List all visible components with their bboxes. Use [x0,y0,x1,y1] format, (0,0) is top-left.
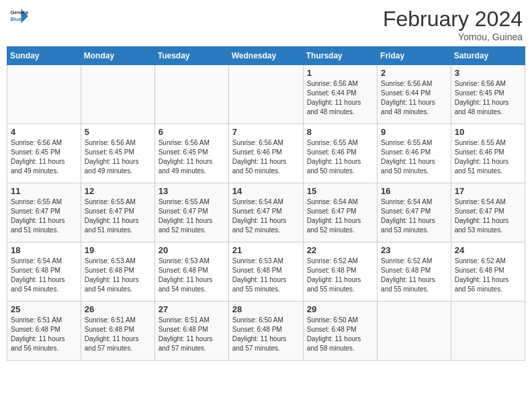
day-number: 1 [307,68,373,78]
calendar-cell: 28Sunrise: 6:50 AM Sunset: 6:48 PM Dayli… [228,302,303,361]
day-info: Sunrise: 6:52 AM Sunset: 6:48 PM Dayligh… [381,257,447,294]
day-number: 7 [232,127,300,137]
day-info: Sunrise: 6:51 AM Sunset: 6:48 PM Dayligh… [11,316,77,353]
day-number: 28 [232,304,300,314]
col-friday: Friday [378,47,451,65]
day-info: Sunrise: 6:51 AM Sunset: 6:48 PM Dayligh… [159,316,225,353]
col-saturday: Saturday [451,47,525,65]
day-info: Sunrise: 6:56 AM Sunset: 6:44 PM Dayligh… [381,79,447,117]
calendar-cell: 3Sunrise: 6:56 AM Sunset: 6:45 PM Daylig… [451,65,525,124]
col-sunday: Sunday [7,47,81,65]
day-info: Sunrise: 6:55 AM Sunset: 6:46 PM Dayligh… [455,138,521,176]
calendar-cell: 1Sunrise: 6:56 AM Sunset: 6:44 PM Daylig… [303,65,377,124]
calendar-cell [378,302,451,361]
day-info: Sunrise: 6:56 AM Sunset: 6:45 PM Dayligh… [455,79,521,117]
day-number: 6 [159,127,225,137]
day-info: Sunrise: 6:56 AM Sunset: 6:45 PM Dayligh… [159,138,225,176]
day-info: Sunrise: 6:54 AM Sunset: 6:47 PM Dayligh… [381,197,447,235]
week-row: 11Sunrise: 6:55 AM Sunset: 6:47 PM Dayli… [7,183,525,242]
header-row: Sunday Monday Tuesday Wednesday Thursday… [7,47,525,65]
calendar-table: Sunday Monday Tuesday Wednesday Thursday… [7,46,525,361]
day-info: Sunrise: 6:55 AM Sunset: 6:47 PM Dayligh… [159,197,225,235]
day-info: Sunrise: 6:51 AM Sunset: 6:48 PM Dayligh… [85,316,151,353]
day-info: Sunrise: 6:55 AM Sunset: 6:47 PM Dayligh… [85,197,151,235]
day-info: Sunrise: 6:55 AM Sunset: 6:46 PM Dayligh… [307,138,373,176]
week-row: 4Sunrise: 6:56 AM Sunset: 6:45 PM Daylig… [7,124,525,183]
logo-icon: General Blue [9,7,28,26]
calendar-cell: 23Sunrise: 6:52 AM Sunset: 6:48 PM Dayli… [378,242,451,302]
calendar-cell: 7Sunrise: 6:56 AM Sunset: 6:46 PM Daylig… [228,124,303,183]
day-number: 3 [455,68,521,78]
day-info: Sunrise: 6:56 AM Sunset: 6:44 PM Dayligh… [307,79,373,117]
calendar-cell: 19Sunrise: 6:53 AM Sunset: 6:48 PM Dayli… [81,242,154,302]
calendar-cell: 12Sunrise: 6:55 AM Sunset: 6:47 PM Dayli… [81,183,154,242]
day-number: 24 [455,245,521,255]
calendar-cell: 4Sunrise: 6:56 AM Sunset: 6:45 PM Daylig… [7,124,81,183]
calendar-cell: 15Sunrise: 6:54 AM Sunset: 6:47 PM Dayli… [303,183,377,242]
week-row: 25Sunrise: 6:51 AM Sunset: 6:48 PM Dayli… [7,302,525,361]
day-info: Sunrise: 6:50 AM Sunset: 6:48 PM Dayligh… [232,316,300,353]
day-info: Sunrise: 6:54 AM Sunset: 6:48 PM Dayligh… [11,257,77,294]
calendar-cell: 24Sunrise: 6:52 AM Sunset: 6:48 PM Dayli… [451,242,525,302]
calendar-cell: 16Sunrise: 6:54 AM Sunset: 6:47 PM Dayli… [378,183,451,242]
calendar-cell [7,65,81,124]
day-number: 27 [159,304,225,314]
calendar-cell: 10Sunrise: 6:55 AM Sunset: 6:46 PM Dayli… [451,124,525,183]
day-number: 17 [455,186,521,196]
calendar-cell [228,65,303,124]
calendar-cell: 20Sunrise: 6:53 AM Sunset: 6:48 PM Dayli… [154,242,228,302]
col-wednesday: Wednesday [228,47,303,65]
svg-text:Blue: Blue [10,16,21,22]
calendar-cell: 5Sunrise: 6:56 AM Sunset: 6:45 PM Daylig… [81,124,154,183]
day-info: Sunrise: 6:55 AM Sunset: 6:46 PM Dayligh… [381,138,447,176]
day-info: Sunrise: 6:53 AM Sunset: 6:48 PM Dayligh… [85,257,151,294]
col-thursday: Thursday [303,47,377,65]
svg-text:General: General [10,9,28,15]
day-info: Sunrise: 6:54 AM Sunset: 6:47 PM Dayligh… [455,197,521,235]
calendar-cell [451,302,525,361]
calendar-cell: 22Sunrise: 6:52 AM Sunset: 6:48 PM Dayli… [303,242,377,302]
col-tuesday: Tuesday [154,47,228,65]
calendar-cell: 27Sunrise: 6:51 AM Sunset: 6:48 PM Dayli… [154,302,228,361]
calendar-cell: 18Sunrise: 6:54 AM Sunset: 6:48 PM Dayli… [7,242,81,302]
col-monday: Monday [81,47,154,65]
day-number: 15 [307,186,373,196]
day-info: Sunrise: 6:56 AM Sunset: 6:45 PM Dayligh… [85,138,151,176]
day-number: 18 [11,245,77,255]
day-number: 2 [381,68,447,78]
day-info: Sunrise: 6:53 AM Sunset: 6:48 PM Dayligh… [232,257,300,294]
calendar-cell: 9Sunrise: 6:55 AM Sunset: 6:46 PM Daylig… [378,124,451,183]
calendar-cell: 29Sunrise: 6:50 AM Sunset: 6:48 PM Dayli… [303,302,377,361]
day-number: 22 [307,245,373,255]
day-info: Sunrise: 6:56 AM Sunset: 6:46 PM Dayligh… [232,138,300,176]
day-info: Sunrise: 6:52 AM Sunset: 6:48 PM Dayligh… [307,257,373,294]
month-title: February 2024 [383,7,523,32]
calendar-cell: 11Sunrise: 6:55 AM Sunset: 6:47 PM Dayli… [7,183,81,242]
location-subtitle: Yomou, Guinea [383,32,523,42]
day-number: 14 [232,186,300,196]
day-number: 16 [381,186,447,196]
day-info: Sunrise: 6:50 AM Sunset: 6:48 PM Dayligh… [307,316,373,353]
day-number: 4 [11,127,77,137]
calendar-cell: 17Sunrise: 6:54 AM Sunset: 6:47 PM Dayli… [451,183,525,242]
day-number: 25 [11,304,77,314]
day-number: 12 [85,186,151,196]
calendar-cell [154,65,228,124]
week-row: 18Sunrise: 6:54 AM Sunset: 6:48 PM Dayli… [7,242,525,302]
day-info: Sunrise: 6:55 AM Sunset: 6:47 PM Dayligh… [11,197,77,235]
day-info: Sunrise: 6:53 AM Sunset: 6:48 PM Dayligh… [159,257,225,294]
day-number: 5 [85,127,151,137]
day-number: 11 [11,186,77,196]
calendar-cell: 25Sunrise: 6:51 AM Sunset: 6:48 PM Dayli… [7,302,81,361]
day-info: Sunrise: 6:54 AM Sunset: 6:47 PM Dayligh… [307,197,373,235]
day-info: Sunrise: 6:56 AM Sunset: 6:45 PM Dayligh… [11,138,77,176]
day-number: 23 [381,245,447,255]
day-number: 19 [85,245,151,255]
day-info: Sunrise: 6:52 AM Sunset: 6:48 PM Dayligh… [455,257,521,294]
page-header: General Blue February 2024 Yomou, Guinea [7,7,525,42]
calendar-cell: 14Sunrise: 6:54 AM Sunset: 6:47 PM Dayli… [228,183,303,242]
day-number: 8 [307,127,373,137]
day-number: 26 [85,304,151,314]
day-number: 29 [307,304,373,314]
week-row: 1Sunrise: 6:56 AM Sunset: 6:44 PM Daylig… [7,65,525,124]
